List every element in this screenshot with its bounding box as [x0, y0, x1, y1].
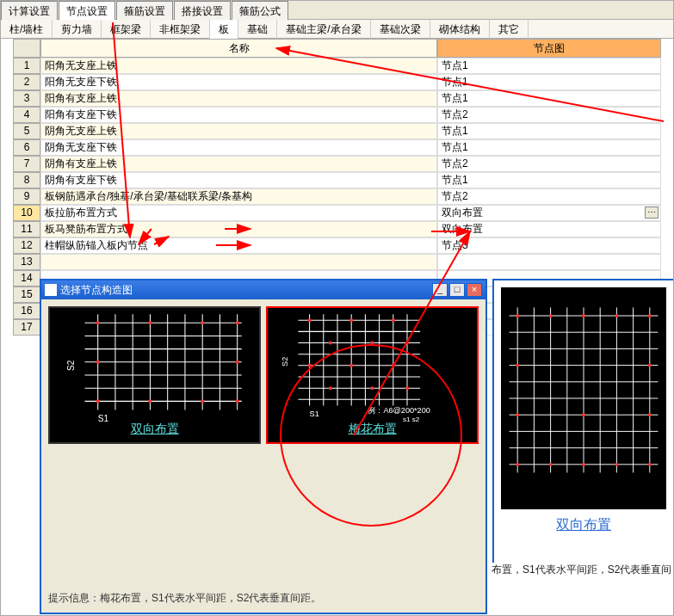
svg-point-57	[236, 360, 239, 364]
table-row[interactable]: 2阳角无支座下铁节点1	[13, 74, 661, 90]
svg-point-83	[370, 342, 374, 345]
table-row[interactable]: 9板钢筋遇承台/独基/承台梁/基础联系梁/条基构节点2	[13, 188, 661, 205]
table-row[interactable]: 6阴角无支座下铁节点1	[13, 139, 661, 156]
row-index: 2	[13, 74, 40, 90]
table-row[interactable]: 11板马凳筋布置方式双向布置	[13, 221, 661, 237]
svg-point-82	[329, 342, 332, 345]
grid-header: 名称 节点图	[13, 39, 661, 58]
svg-point-24	[648, 314, 652, 317]
cat-tab-framebeam[interactable]: 框架梁	[102, 20, 151, 39]
dialog-choice-bidirectional[interactable]: S1 S2 双向布置	[48, 306, 261, 444]
dialog-footer-hint: 提示信息：梅花布置，S1代表水平间距，S2代表垂直间距。	[48, 584, 479, 606]
row-name: 柱帽纵筋锚入板内节点	[40, 237, 437, 254]
svg-point-60	[201, 399, 204, 403]
cat-tab-nonframebeam[interactable]: 非框架梁	[151, 20, 210, 39]
svg-point-90	[405, 386, 409, 390]
dialog-title: 选择节点构造图	[60, 283, 133, 298]
row-index: 11	[13, 221, 40, 237]
dialog-minimize-button[interactable]: _	[432, 283, 448, 297]
row-name: 板拉筋布置方式	[40, 205, 437, 221]
cat-tab-fsecbeam[interactable]: 基础次梁	[371, 20, 430, 39]
grid-header-value: 节点图	[437, 39, 661, 58]
row-name: 阳角无支座下铁	[40, 74, 437, 90]
svg-point-79	[308, 318, 312, 322]
svg-point-56	[96, 360, 100, 364]
svg-point-22	[582, 314, 585, 317]
row-name: 阴角无支座上铁	[40, 123, 437, 139]
row-index: 13	[13, 254, 40, 270]
row-value[interactable]: 节点1	[437, 123, 661, 139]
right-preview-panel: 双向布置	[492, 279, 673, 563]
preview-grid-svg	[501, 287, 666, 509]
choice2-caption[interactable]: 梅花布置	[268, 422, 477, 437]
row-name: 板马凳筋布置方式	[40, 221, 437, 237]
cat-tab-masonry[interactable]: 砌体结构	[430, 20, 490, 39]
row-name	[40, 254, 437, 270]
row-value[interactable]: 双向布置	[437, 221, 661, 237]
right-preview-bottom-hint: 布置，S1代表水平间距，S2代表垂直间	[492, 563, 671, 577]
svg-point-80	[349, 318, 353, 322]
row-value[interactable]: 节点2	[437, 188, 661, 205]
row-name: 阴角有支座下铁	[40, 172, 437, 188]
row-index: 14	[13, 270, 40, 286]
top-tab-lap[interactable]: 搭接设置	[174, 1, 231, 20]
cat-tab-slab[interactable]: 板	[210, 20, 238, 39]
top-tab-node[interactable]: 节点设置	[59, 1, 115, 20]
svg-point-30	[516, 463, 519, 466]
cat-tab-column[interactable]: 柱/墙柱	[1, 20, 53, 39]
cat-tab-shearwall[interactable]: 剪力墙	[53, 20, 102, 39]
row-name: 阴角有支座上铁	[40, 156, 437, 172]
row-value[interactable]: 节点2	[437, 107, 661, 123]
row-index: 17	[13, 319, 40, 336]
svg-point-88	[329, 386, 332, 390]
choice1-caption[interactable]: 双向布置	[50, 422, 259, 437]
grid-header-name: 名称	[40, 39, 437, 58]
row-value[interactable]: 节点1	[437, 172, 661, 188]
row-index: 9	[13, 188, 40, 205]
row-value[interactable]	[437, 254, 661, 270]
row-name: 板钢筋遇承台/独基/承台梁/基础联系梁/条基构	[40, 188, 437, 205]
top-tab-stirrup[interactable]: 箍筋设置	[116, 1, 173, 20]
row-ellipsis-button[interactable]: ⋯	[645, 206, 659, 219]
table-row[interactable]: 5阴角无支座上铁节点1	[13, 123, 661, 139]
top-tab-formula[interactable]: 箍筋公式	[232, 1, 288, 20]
row-value[interactable]: 节点1	[437, 139, 661, 156]
svg-point-31	[549, 463, 553, 466]
choice2-s2-label: S2	[281, 357, 289, 367]
svg-point-20	[516, 314, 519, 317]
cat-tab-other[interactable]: 其它	[490, 20, 529, 39]
row-value[interactable]: 节点2	[437, 156, 661, 172]
table-row[interactable]: 8阴角有支座下铁节点1	[13, 172, 661, 188]
choice1-s2-label: S2	[66, 360, 76, 371]
dialog-titlebar[interactable]: 选择节点构造图 _ □ ×	[41, 280, 485, 299]
svg-point-85	[308, 364, 312, 367]
row-value[interactable]: 节点3	[437, 237, 661, 254]
choice2-example: 例：A6@200*200	[368, 406, 430, 415]
dialog-maximize-button[interactable]: □	[449, 283, 465, 297]
svg-point-52	[96, 321, 100, 324]
table-row[interactable]: 4阳角有支座下铁节点2	[13, 107, 661, 123]
svg-point-81	[392, 318, 395, 322]
table-row[interactable]: 13	[13, 254, 661, 270]
table-row[interactable]: 7阴角有支座上铁节点2	[13, 156, 661, 172]
dialog-close-button[interactable]: ×	[467, 283, 482, 297]
table-row[interactable]: 10板拉筋布置方式双向布置⋯	[13, 205, 661, 221]
table-row[interactable]: 12柱帽纵筋锚入板内节点节点3	[13, 237, 661, 254]
dialog-body: S1 S2 双向布置	[41, 299, 485, 613]
cat-tab-fbeam[interactable]: 基础主梁/承台梁	[277, 20, 370, 39]
table-row[interactable]: 3阳角有支座上铁节点1	[13, 90, 661, 107]
select-node-dialog: 选择节点构造图 _ □ ×	[40, 279, 487, 614]
svg-point-26	[648, 364, 652, 367]
right-preview-caption[interactable]: 双向布置	[494, 516, 673, 534]
top-tab-calc[interactable]: 计算设置	[1, 1, 58, 20]
cat-tab-foundation[interactable]: 基础	[238, 20, 277, 39]
row-value[interactable]: 节点1	[437, 90, 661, 107]
row-value[interactable]: 双向布置⋯	[437, 205, 661, 221]
choice2-s1-label: S1	[310, 410, 319, 418]
svg-point-55	[236, 321, 239, 324]
row-value[interactable]: 节点1	[437, 74, 661, 90]
row-name: 阳角有支座上铁	[40, 90, 437, 107]
dialog-choice-plum[interactable]: S1 S2 例：A6@200*200 s1 s2 梅花布置	[266, 306, 479, 444]
row-value[interactable]: 节点1	[437, 58, 661, 74]
table-row[interactable]: 1阳角无支座上铁节点1	[13, 58, 661, 74]
